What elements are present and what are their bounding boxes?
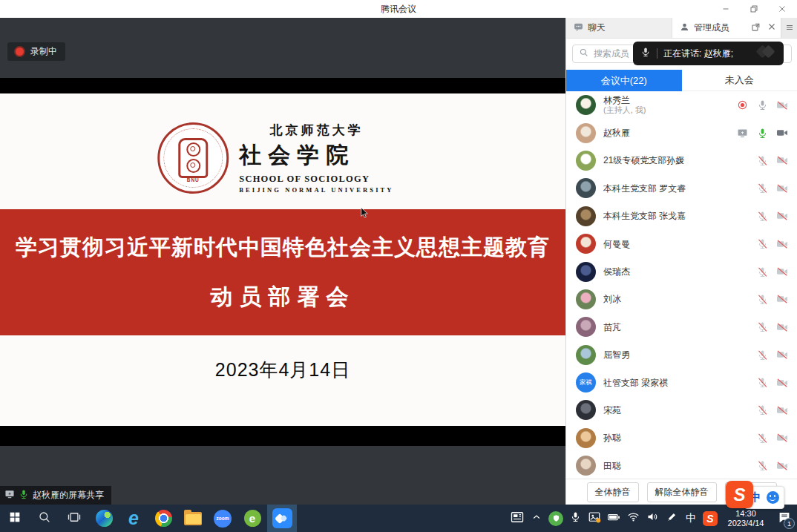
- mic-off-icon[interactable]: [756, 321, 768, 333]
- close-button[interactable]: [772, 1, 793, 17]
- restore-button[interactable]: [744, 1, 764, 17]
- taskbar-app-zoom[interactable]: zoom: [208, 505, 237, 532]
- cam-off-icon[interactable]: [776, 293, 788, 305]
- mic-off-icon[interactable]: [756, 183, 768, 194]
- tray-wifi[interactable]: [623, 505, 643, 532]
- taskbar-app-search[interactable]: [30, 505, 59, 532]
- mic-off-icon[interactable]: [756, 293, 768, 305]
- cam-off-icon[interactable]: [776, 210, 788, 222]
- taskbar-app-file-explorer[interactable]: [178, 505, 208, 532]
- mic-icon: [570, 511, 581, 525]
- participant-row[interactable]: 宋苑: [566, 396, 797, 424]
- mic-green-icon[interactable]: [756, 127, 768, 139]
- participant-avatar: [576, 262, 596, 282]
- participant-row[interactable]: 苗芃: [566, 313, 797, 341]
- mic-off-icon[interactable]: [756, 154, 768, 166]
- school-name-en: SCHOOL OF SOCIOLOGY: [239, 174, 393, 185]
- university-name-cn: 北京师范大学: [239, 122, 393, 139]
- start-icon: [9, 511, 21, 526]
- panel-menu-button[interactable]: [781, 18, 797, 38]
- taskbar-app-ie[interactable]: e: [119, 505, 148, 532]
- tray-pen[interactable]: [662, 505, 681, 532]
- cam-off-icon[interactable]: [776, 432, 788, 444]
- mic-off-icon[interactable]: [756, 266, 768, 278]
- taskbar-app-edge[interactable]: [89, 505, 119, 532]
- participant-row[interactable]: 屈智勇: [566, 341, 797, 369]
- participant-list[interactable]: 林秀兰 (主持人, 我) 赵秋雁 21级专硕党支部孙媛 本科生党支部 罗文睿 本…: [566, 91, 797, 479]
- footer-button-全体静音[interactable]: 全体静音: [587, 482, 639, 502]
- participant-row[interactable]: 林秀兰 (主持人, 我): [566, 91, 797, 119]
- participant-row[interactable]: 本科生党支部 罗文睿: [566, 174, 797, 202]
- tray-battery[interactable]: [604, 505, 623, 532]
- mic-off-icon[interactable]: [756, 238, 768, 250]
- minimize-button[interactable]: [715, 1, 736, 17]
- taskbar-app-tencent-meeting[interactable]: [267, 505, 297, 532]
- tab-not-joined[interactable]: 未入会: [682, 70, 797, 91]
- battery-icon: [607, 510, 620, 527]
- panel-tab-bar: 聊天 管理成员: [566, 18, 797, 39]
- participant-row[interactable]: 侯瑞杰: [566, 257, 797, 285]
- participant-row[interactable]: 本科生党支部 张戈嘉: [566, 203, 797, 230]
- close-panel-icon[interactable]: [767, 22, 776, 33]
- cam-off-icon[interactable]: [776, 238, 788, 250]
- slide-date: 2023年4月14日: [0, 358, 565, 382]
- cam-off-icon[interactable]: [776, 377, 788, 389]
- tab-in-meeting[interactable]: 会议中(22): [566, 70, 682, 91]
- tray-news[interactable]: [508, 505, 527, 532]
- slide-title-line1: 学习贯彻习近平新时代中国特色社会主义思想主题教育: [16, 233, 550, 263]
- mic-off-icon[interactable]: [756, 349, 768, 361]
- cam-off-icon[interactable]: [776, 154, 788, 166]
- cam-off-icon[interactable]: [776, 183, 788, 194]
- mic-off-icon[interactable]: [756, 210, 768, 222]
- participant-avatar: [576, 206, 596, 226]
- cam-on-icon[interactable]: [776, 127, 788, 139]
- cam-off-icon[interactable]: [776, 460, 788, 472]
- cam-off-icon[interactable]: [776, 321, 788, 333]
- participant-row[interactable]: 孙聪: [566, 424, 797, 452]
- participant-row[interactable]: 赵秋雁: [566, 119, 797, 146]
- cam-off-icon[interactable]: [776, 99, 788, 111]
- cam-off-icon[interactable]: [776, 404, 788, 416]
- tray-shield-360[interactable]: [546, 505, 565, 532]
- mic-off-icon[interactable]: [756, 404, 768, 416]
- participant-row[interactable]: 何曼曼: [566, 230, 797, 257]
- recording-badge[interactable]: 录制中: [7, 42, 65, 61]
- slide-title-line2: 动员部署会: [211, 282, 355, 312]
- participant-name: 田聪: [603, 461, 749, 471]
- participant-row[interactable]: 家祺 社管支部 梁家祺: [566, 369, 797, 396]
- chat-icon: [574, 22, 583, 34]
- cam-off-icon[interactable]: [776, 266, 788, 278]
- taskbar-app-chrome[interactable]: [148, 505, 178, 532]
- cam-off-icon[interactable]: [776, 349, 788, 361]
- participant-name: 何曼曼: [603, 239, 749, 249]
- sogou-ime-icon[interactable]: S: [726, 481, 753, 508]
- participant-row[interactable]: 21级专硕党支部孙媛: [566, 147, 797, 174]
- participant-row[interactable]: 田聪: [566, 452, 797, 479]
- taskbar-app-task-view[interactable]: [59, 505, 89, 532]
- mic-gray-icon[interactable]: [756, 99, 768, 111]
- tray-mic[interactable]: [565, 505, 585, 532]
- taskbar-app-browser-360[interactable]: e: [237, 505, 267, 532]
- tencent-meeting-window: 腾讯会议 BNU 北京师范大学 社会学院 SCHOOL OF SOCIOLOGY…: [0, 0, 797, 532]
- tab-chat[interactable]: 聊天: [566, 18, 672, 38]
- participant-avatar: 家祺: [576, 372, 596, 393]
- tab-manage-members[interactable]: 管理成员: [672, 18, 781, 38]
- tray-photos[interactable]: [585, 505, 604, 532]
- search-placeholder: 搜索成员: [594, 47, 629, 60]
- member-state-tabs: 会议中(22) 未入会: [566, 70, 797, 91]
- task-view-icon: [68, 510, 81, 527]
- participant-row[interactable]: 刘冰: [566, 286, 797, 313]
- search-row: 搜索成员 正在讲话: 赵秋雁;: [566, 39, 797, 70]
- participant-name: 侯瑞杰: [603, 266, 749, 277]
- tray-caret-up[interactable]: [527, 505, 546, 532]
- ime-emoji-icon[interactable]: [767, 491, 779, 504]
- taskbar-app-start[interactable]: [0, 505, 30, 532]
- slide-letterbox-top: [0, 78, 565, 93]
- popout-panel-icon[interactable]: [751, 22, 761, 34]
- mic-off-icon[interactable]: [756, 432, 768, 444]
- tray-ime-lang[interactable]: 中: [681, 505, 701, 532]
- mic-off-icon[interactable]: [756, 377, 768, 389]
- photos-icon: [588, 510, 601, 527]
- mic-off-icon[interactable]: [756, 460, 768, 472]
- tray-volume[interactable]: [643, 505, 662, 532]
